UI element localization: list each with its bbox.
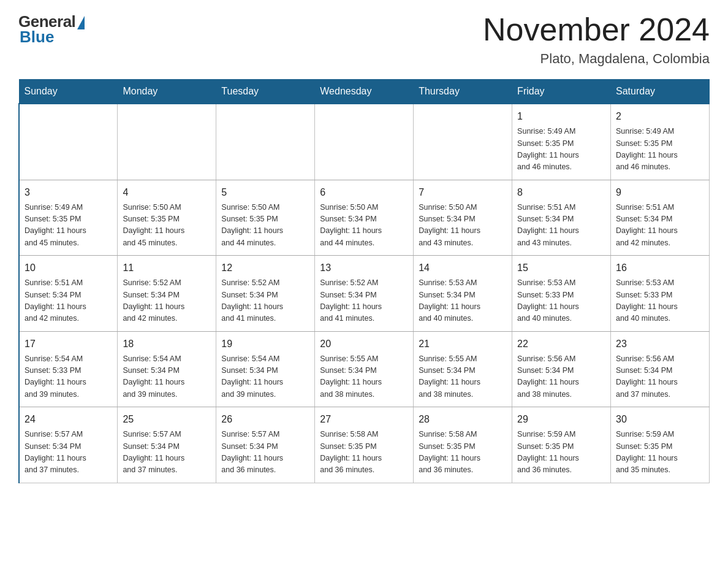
title-block: November 2024 Plato, Magdalena, Colombia xyxy=(483,12,710,67)
day-cell: 21Sunrise: 5:55 AM Sunset: 5:34 PM Dayli… xyxy=(414,331,512,407)
day-number: 12 xyxy=(221,261,309,275)
logo-triangle-icon xyxy=(77,16,85,29)
day-cell: 26Sunrise: 5:57 AM Sunset: 5:34 PM Dayli… xyxy=(216,407,315,483)
day-cell: 24Sunrise: 5:57 AM Sunset: 5:34 PM Dayli… xyxy=(19,407,118,483)
header-saturday: Saturday xyxy=(611,80,710,104)
day-number: 29 xyxy=(517,412,605,427)
day-number: 30 xyxy=(616,412,704,427)
day-cell: 11Sunrise: 5:52 AM Sunset: 5:34 PM Dayli… xyxy=(118,256,216,332)
day-cell: 7Sunrise: 5:50 AM Sunset: 5:34 PM Daylig… xyxy=(414,180,512,256)
day-cell: 13Sunrise: 5:52 AM Sunset: 5:34 PM Dayli… xyxy=(315,256,414,332)
day-number: 10 xyxy=(25,261,112,275)
header-thursday: Thursday xyxy=(414,80,512,104)
page-header: General Blue November 2024 Plato, Magdal… xyxy=(18,12,710,67)
header-tuesday: Tuesday xyxy=(216,80,315,104)
day-number: 4 xyxy=(123,185,211,200)
calendar-body: 1Sunrise: 5:49 AM Sunset: 5:35 PM Daylig… xyxy=(19,104,710,483)
day-cell: 17Sunrise: 5:54 AM Sunset: 5:33 PM Dayli… xyxy=(19,331,118,407)
day-number: 23 xyxy=(616,337,704,351)
day-number: 3 xyxy=(25,185,112,200)
day-number: 28 xyxy=(419,412,507,427)
day-info: Sunrise: 5:56 AM Sunset: 5:34 PM Dayligh… xyxy=(616,353,704,401)
header-sunday: Sunday xyxy=(19,80,118,104)
day-info: Sunrise: 5:53 AM Sunset: 5:33 PM Dayligh… xyxy=(517,277,605,325)
day-info: Sunrise: 5:52 AM Sunset: 5:34 PM Dayligh… xyxy=(123,277,211,325)
week-row-3: 10Sunrise: 5:51 AM Sunset: 5:34 PM Dayli… xyxy=(19,256,710,332)
day-number: 27 xyxy=(320,412,408,427)
day-cell: 10Sunrise: 5:51 AM Sunset: 5:34 PM Dayli… xyxy=(19,256,118,332)
header-friday: Friday xyxy=(512,80,611,104)
day-number: 24 xyxy=(25,412,112,427)
day-info: Sunrise: 5:54 AM Sunset: 5:34 PM Dayligh… xyxy=(123,353,211,401)
day-number: 14 xyxy=(419,261,507,275)
day-info: Sunrise: 5:55 AM Sunset: 5:34 PM Dayligh… xyxy=(320,353,408,401)
day-info: Sunrise: 5:59 AM Sunset: 5:35 PM Dayligh… xyxy=(616,429,704,477)
day-cell: 28Sunrise: 5:58 AM Sunset: 5:35 PM Dayli… xyxy=(414,407,512,483)
day-info: Sunrise: 5:56 AM Sunset: 5:34 PM Dayligh… xyxy=(517,353,605,401)
day-cell: 15Sunrise: 5:53 AM Sunset: 5:33 PM Dayli… xyxy=(512,256,611,332)
day-number: 13 xyxy=(320,261,408,275)
day-cell: 2Sunrise: 5:49 AM Sunset: 5:35 PM Daylig… xyxy=(611,104,710,180)
day-info: Sunrise: 5:49 AM Sunset: 5:35 PM Dayligh… xyxy=(25,202,112,250)
day-number: 6 xyxy=(320,185,408,200)
day-cell: 29Sunrise: 5:59 AM Sunset: 5:35 PM Dayli… xyxy=(512,407,611,483)
day-info: Sunrise: 5:50 AM Sunset: 5:35 PM Dayligh… xyxy=(123,202,211,250)
day-cell: 5Sunrise: 5:50 AM Sunset: 5:35 PM Daylig… xyxy=(216,180,315,256)
day-cell: 19Sunrise: 5:54 AM Sunset: 5:34 PM Dayli… xyxy=(216,331,315,407)
day-info: Sunrise: 5:53 AM Sunset: 5:33 PM Dayligh… xyxy=(616,277,704,325)
day-cell: 1Sunrise: 5:49 AM Sunset: 5:35 PM Daylig… xyxy=(512,104,611,180)
day-number: 11 xyxy=(123,261,211,275)
week-row-5: 24Sunrise: 5:57 AM Sunset: 5:34 PM Dayli… xyxy=(19,407,710,483)
day-info: Sunrise: 5:50 AM Sunset: 5:34 PM Dayligh… xyxy=(419,202,507,250)
calendar-table: SundayMondayTuesdayWednesdayThursdayFrid… xyxy=(18,79,710,483)
day-cell: 9Sunrise: 5:51 AM Sunset: 5:34 PM Daylig… xyxy=(611,180,710,256)
day-number: 15 xyxy=(517,261,605,275)
day-cell: 3Sunrise: 5:49 AM Sunset: 5:35 PM Daylig… xyxy=(19,180,118,256)
day-cell: 4Sunrise: 5:50 AM Sunset: 5:35 PM Daylig… xyxy=(118,180,216,256)
day-number: 9 xyxy=(616,185,704,200)
day-info: Sunrise: 5:54 AM Sunset: 5:33 PM Dayligh… xyxy=(25,353,112,401)
day-info: Sunrise: 5:52 AM Sunset: 5:34 PM Dayligh… xyxy=(221,277,309,325)
logo-blue-text: Blue xyxy=(20,28,54,47)
day-cell: 12Sunrise: 5:52 AM Sunset: 5:34 PM Dayli… xyxy=(216,256,315,332)
day-info: Sunrise: 5:57 AM Sunset: 5:34 PM Dayligh… xyxy=(221,429,309,477)
day-cell: 16Sunrise: 5:53 AM Sunset: 5:33 PM Dayli… xyxy=(611,256,710,332)
day-number: 21 xyxy=(419,337,507,351)
day-info: Sunrise: 5:57 AM Sunset: 5:34 PM Dayligh… xyxy=(25,429,112,477)
day-info: Sunrise: 5:58 AM Sunset: 5:35 PM Dayligh… xyxy=(320,429,408,477)
day-info: Sunrise: 5:58 AM Sunset: 5:35 PM Dayligh… xyxy=(419,429,507,477)
day-cell: 25Sunrise: 5:57 AM Sunset: 5:34 PM Dayli… xyxy=(118,407,216,483)
day-number: 1 xyxy=(517,109,605,124)
day-number: 22 xyxy=(517,337,605,351)
day-cell: 18Sunrise: 5:54 AM Sunset: 5:34 PM Dayli… xyxy=(118,331,216,407)
day-cell xyxy=(315,104,414,180)
day-cell: 8Sunrise: 5:51 AM Sunset: 5:34 PM Daylig… xyxy=(512,180,611,256)
day-info: Sunrise: 5:51 AM Sunset: 5:34 PM Dayligh… xyxy=(25,277,112,325)
day-cell xyxy=(118,104,216,180)
day-number: 7 xyxy=(419,185,507,200)
day-info: Sunrise: 5:49 AM Sunset: 5:35 PM Dayligh… xyxy=(517,126,605,174)
day-number: 18 xyxy=(123,337,211,351)
day-cell xyxy=(414,104,512,180)
header-row: SundayMondayTuesdayWednesdayThursdayFrid… xyxy=(19,80,710,104)
day-number: 5 xyxy=(221,185,309,200)
day-info: Sunrise: 5:50 AM Sunset: 5:35 PM Dayligh… xyxy=(221,202,309,250)
day-number: 25 xyxy=(123,412,211,427)
day-cell: 6Sunrise: 5:50 AM Sunset: 5:34 PM Daylig… xyxy=(315,180,414,256)
day-number: 17 xyxy=(25,337,112,351)
day-cell: 14Sunrise: 5:53 AM Sunset: 5:34 PM Dayli… xyxy=(414,256,512,332)
day-info: Sunrise: 5:51 AM Sunset: 5:34 PM Dayligh… xyxy=(616,202,704,250)
calendar-title: November 2024 xyxy=(483,12,710,47)
day-info: Sunrise: 5:51 AM Sunset: 5:34 PM Dayligh… xyxy=(517,202,605,250)
day-cell xyxy=(19,104,118,180)
day-info: Sunrise: 5:49 AM Sunset: 5:35 PM Dayligh… xyxy=(616,126,704,174)
day-cell: 20Sunrise: 5:55 AM Sunset: 5:34 PM Dayli… xyxy=(315,331,414,407)
day-number: 8 xyxy=(517,185,605,200)
week-row-4: 17Sunrise: 5:54 AM Sunset: 5:33 PM Dayli… xyxy=(19,331,710,407)
day-cell: 22Sunrise: 5:56 AM Sunset: 5:34 PM Dayli… xyxy=(512,331,611,407)
day-cell: 27Sunrise: 5:58 AM Sunset: 5:35 PM Dayli… xyxy=(315,407,414,483)
day-cell: 30Sunrise: 5:59 AM Sunset: 5:35 PM Dayli… xyxy=(611,407,710,483)
day-number: 16 xyxy=(616,261,704,275)
logo: General Blue xyxy=(18,12,85,47)
header-monday: Monday xyxy=(118,80,216,104)
